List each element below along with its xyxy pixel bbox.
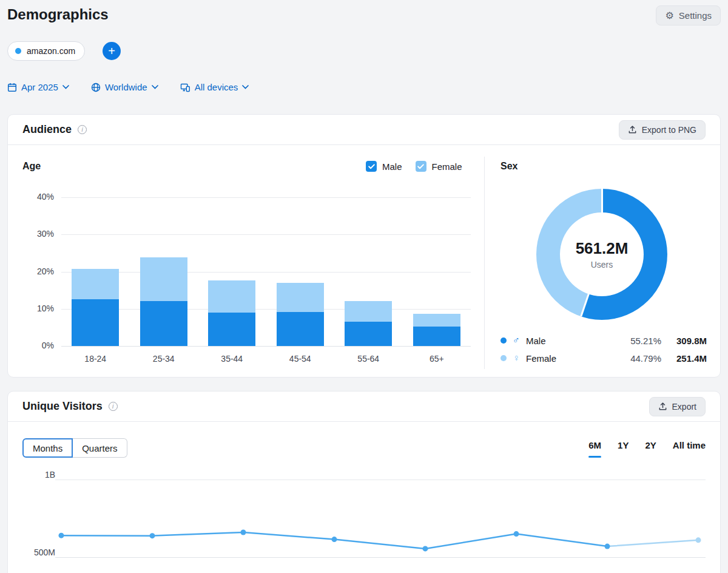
female-checkbox[interactable]: Female	[416, 161, 462, 172]
globe-icon	[91, 83, 101, 92]
age-bar-male[interactable]	[413, 327, 460, 346]
sex-male-percent: 55.21%	[621, 336, 661, 346]
male-checkbox-box	[366, 161, 377, 172]
age-bar-male[interactable]	[345, 322, 392, 346]
age-bar-female[interactable]	[208, 280, 255, 313]
age-y-tick: 40%	[18, 192, 54, 202]
info-icon[interactable]: i	[109, 402, 118, 411]
age-x-tick: 18-24	[61, 354, 130, 364]
total-users-label: Users	[591, 260, 613, 270]
age-bar-female[interactable]	[72, 269, 119, 299]
audience-card-header: Audience i Export to PNG	[8, 115, 720, 145]
age-bar-female[interactable]	[140, 257, 187, 301]
uv-data-point[interactable]	[514, 531, 519, 537]
male-symbol-icon: ♂	[512, 335, 521, 346]
range-1y[interactable]: 1Y	[618, 440, 629, 454]
export-button[interactable]: Export	[649, 397, 706, 416]
age-x-tick: 65+	[403, 354, 471, 364]
demographics-page: Demographics ⚙ Settings amazon.com + Apr…	[0, 0, 728, 573]
domain-label: amazon.com	[27, 46, 75, 56]
total-users-value: 561.2M	[576, 239, 629, 258]
granularity-toggle: Months Quarters	[22, 438, 127, 458]
unique-visitors-title: Unique Visitors	[22, 400, 103, 413]
domain-chip[interactable]: amazon.com	[7, 41, 85, 61]
donut-hole: 561.2M Users	[560, 212, 644, 296]
unique-visitors-card: Unique Visitors i Export Months Quarters…	[7, 391, 721, 573]
age-bar-male[interactable]	[72, 299, 119, 346]
sex-donut[interactable]: 561.2M Users	[536, 189, 667, 320]
settings-label: Settings	[679, 10, 712, 21]
sex-legend-male-row[interactable]: ♂ Male 55.21% 309.8M	[500, 334, 707, 347]
sex-section-title: Sex	[500, 161, 517, 172]
uv-data-point[interactable]	[605, 544, 610, 549]
devices-filter[interactable]: All devices	[180, 82, 249, 92]
tab-quarters[interactable]: Quarters	[73, 438, 127, 458]
age-y-tick: 0%	[18, 341, 54, 350]
uv-y-top-label: 1B	[20, 470, 55, 480]
sex-male-value: 309.8M	[667, 336, 707, 346]
chevron-down-icon	[152, 85, 158, 89]
uv-line	[61, 532, 607, 549]
add-domain-button[interactable]: +	[103, 42, 121, 60]
uv-data-point[interactable]	[423, 546, 428, 551]
uv-data-point[interactable]	[332, 537, 337, 542]
uv-gridline-bottom	[55, 557, 706, 558]
male-checkbox[interactable]: Male	[366, 161, 402, 172]
age-bar-male[interactable]	[140, 301, 187, 346]
age-y-tick: 30%	[18, 229, 54, 239]
audience-card: Audience i Export to PNG Age Male Female	[7, 114, 721, 378]
age-bar-female[interactable]	[277, 283, 324, 311]
uv-data-point[interactable]	[59, 533, 64, 538]
age-bar-male[interactable]	[277, 312, 324, 346]
uv-data-point[interactable]	[696, 537, 701, 543]
uv-y-bottom-label: 500M	[20, 548, 55, 557]
female-legend-label: Female	[432, 161, 462, 172]
tab-months[interactable]: Months	[22, 438, 73, 458]
devices-filter-label: All devices	[195, 82, 238, 92]
age-gridline	[61, 309, 471, 310]
range-2y[interactable]: 2Y	[645, 440, 656, 454]
date-filter[interactable]: Apr 2025	[7, 82, 69, 92]
settings-button[interactable]: ⚙ Settings	[656, 5, 721, 25]
range-6m[interactable]: 6M	[588, 440, 601, 454]
age-y-tick: 20%	[18, 266, 54, 276]
export-to-png-button[interactable]: Export to PNG	[619, 120, 706, 140]
export-to-png-label: Export to PNG	[642, 125, 696, 135]
sex-female-label: Female	[526, 353, 556, 364]
age-bar-male[interactable]	[208, 313, 255, 346]
info-icon[interactable]: i	[78, 125, 87, 134]
age-section-title: Age	[22, 161, 41, 172]
uv-line	[607, 540, 698, 546]
export-icon	[628, 125, 637, 134]
female-symbol-icon: ♀	[512, 353, 521, 364]
uv-data-point[interactable]	[241, 530, 246, 535]
chevron-down-icon	[242, 85, 249, 89]
export-label: Export	[672, 402, 696, 412]
region-filter-label: Worldwide	[105, 82, 147, 92]
age-legend: Male Female	[366, 161, 462, 172]
age-bar-female[interactable]	[413, 314, 460, 327]
sex-legend-female-row[interactable]: ♀ Female 44.79% 251.4M	[500, 351, 707, 365]
age-bar-female[interactable]	[345, 301, 392, 322]
age-y-tick: 10%	[18, 303, 54, 313]
male-dot-icon	[500, 337, 507, 344]
age-plot: 0%10%20%30%40%18-2425-3435-4445-5455-646…	[61, 197, 471, 346]
gear-icon: ⚙	[665, 11, 673, 21]
page-title: Demographics	[7, 6, 109, 23]
female-checkbox-box	[416, 161, 426, 172]
audience-divider	[484, 157, 485, 369]
chevron-down-icon	[62, 85, 69, 89]
uv-data-point[interactable]	[150, 533, 155, 538]
range-all-time[interactable]: All time	[673, 440, 706, 454]
devices-icon	[180, 83, 190, 92]
age-x-tick: 25-34	[130, 354, 198, 364]
male-legend-label: Male	[382, 161, 402, 172]
uv-gridline-top	[55, 480, 706, 480]
age-gridline	[61, 272, 471, 273]
region-filter[interactable]: Worldwide	[91, 82, 158, 92]
filters-bar: Apr 2025 Worldwide All devices	[7, 82, 249, 92]
unique-visitors-card-header: Unique Visitors i Export	[8, 392, 720, 422]
check-icon	[368, 164, 375, 169]
time-range-tabs: 6M 1Y 2Y All time	[588, 440, 706, 454]
sex-female-value: 251.4M	[667, 353, 707, 364]
